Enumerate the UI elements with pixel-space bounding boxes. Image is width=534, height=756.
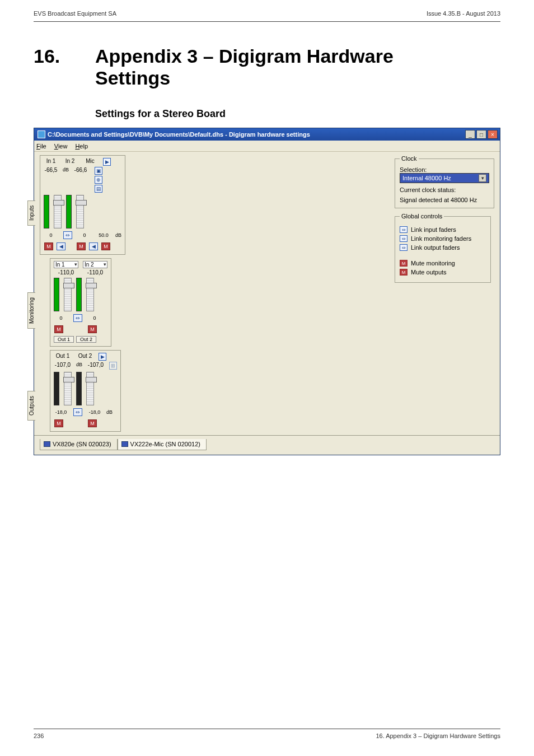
clock-selection-value: Internal 48000 Hz: [402, 175, 451, 181]
tab-vx820e[interactable]: VX820e (SN 020023): [40, 439, 118, 450]
outputs-meter-1: [54, 372, 59, 405]
app-window: C:\Documents and Settings\DVB\My Documen…: [34, 128, 500, 455]
menu-view[interactable]: View: [54, 143, 68, 150]
outputs-col-1: Out 1: [54, 353, 72, 361]
inputs-option-icon-3[interactable]: ▤: [95, 185, 102, 193]
menu-file-label: ile: [40, 143, 46, 150]
chapter-title-l2: Settings: [95, 67, 170, 88]
clock-status-label: Current clock status:: [400, 186, 489, 193]
inputs-mute-1[interactable]: M: [44, 242, 53, 250]
card-icon: [121, 441, 128, 447]
tab-vx222e-mic-label: VX222e-Mic (SN 020012): [130, 441, 200, 447]
inputs-expand-icon[interactable]: ▶: [103, 158, 111, 166]
inputs-mute-mic[interactable]: M: [101, 242, 110, 250]
inputs-prev-icon-2[interactable]: ◀: [89, 242, 98, 250]
chapter-title-l1: Appendix 3 – Digigram Hardware: [95, 45, 394, 67]
chapter-title: Appendix 3 – Digigram Hardware Settings: [95, 45, 394, 89]
outputs-expand-icon[interactable]: ▶: [99, 353, 106, 361]
inputs-option-icon-2[interactable]: ⊕: [95, 176, 102, 184]
footer-section: 16. Appendix 3 – Digigram Hardware Setti…: [376, 732, 500, 739]
inputs-prev-icon[interactable]: ◀: [57, 242, 65, 250]
minimize-button[interactable]: _: [465, 130, 475, 139]
inputs-col-mic: Mic: [82, 158, 99, 166]
monitoring-sel-2[interactable]: In 2: [83, 261, 107, 268]
outputs-fader-1[interactable]: [64, 372, 72, 405]
inputs-bot-1: 0: [44, 232, 58, 238]
outputs-val-2: -107,0: [87, 362, 105, 370]
link-monitoring-icon[interactable]: ⇔: [400, 235, 407, 242]
clock-selection-label: Selection:: [400, 166, 489, 173]
header-right: Issue 4.35.B - August 2013: [427, 10, 500, 17]
outputs-bot-2: -18,0: [87, 409, 102, 415]
inputs-val-2: -66,6: [73, 167, 88, 193]
inputs-bot-3: 50.0: [96, 232, 111, 238]
outputs-col-2: Out 2: [76, 353, 94, 361]
mute-outputs-icon[interactable]: M: [400, 269, 407, 276]
inputs-meter-2: [66, 195, 72, 228]
outputs-side-label: Outputs: [27, 391, 35, 421]
inputs-fader-2[interactable]: [76, 195, 84, 228]
menu-help[interactable]: Help: [75, 143, 88, 150]
monitoring-val-2: -110,0: [83, 269, 107, 276]
monitoring-out1[interactable]: Out 1: [54, 336, 74, 343]
outputs-option-icon[interactable]: ⊞: [109, 362, 117, 370]
monitoring-meter-1: [54, 278, 59, 311]
monitoring-side-label: Monitoring: [27, 292, 35, 329]
link-input-label: Link input faders: [411, 226, 456, 233]
outputs-fader-2[interactable]: [86, 372, 94, 405]
outputs-bot-1: -18,0: [54, 409, 68, 415]
global-controls-group: Global controls ⇔ Link input faders ⇔ Li…: [395, 213, 491, 283]
outputs-panel: Out 1 Out 2 ▶ -107,0 dB -107,0 ⊞: [50, 350, 121, 432]
mute-monitoring-icon[interactable]: M: [400, 260, 407, 267]
window-title: C:\Documents and Settings\DVB\My Documen…: [48, 131, 310, 138]
footer-page-number: 236: [34, 732, 44, 739]
link-output-icon[interactable]: ⇔: [400, 244, 407, 251]
tab-vx222e-mic[interactable]: VX222e-Mic (SN 020012): [118, 439, 207, 450]
inputs-fader-1[interactable]: [54, 195, 62, 228]
monitoring-link-icon[interactable]: ⇔: [73, 314, 82, 322]
inputs-link-icon[interactable]: ⇔: [63, 231, 72, 239]
inputs-option-icon-1[interactable]: ▣: [95, 167, 102, 175]
clock-status-value: Signal detected at 48000 Hz: [400, 197, 489, 203]
clock-legend: Clock: [400, 155, 419, 162]
outputs-mute-1[interactable]: M: [54, 419, 63, 427]
inputs-col-in1: In 1: [44, 158, 58, 166]
card-tabs: VX820e (SN 020023) VX222e-Mic (SN 020012…: [34, 435, 500, 455]
app-icon: [38, 130, 45, 138]
chapter-number: 16.: [34, 45, 95, 67]
dropdown-arrow-icon[interactable]: ▾: [479, 174, 486, 182]
inputs-panel: In 1 In 2 Mic ▶ -66,5 dB -66,6: [40, 155, 125, 255]
monitoring-sel-1[interactable]: In 1: [54, 261, 78, 268]
header-left: EVS Broadcast Equipment SA: [34, 10, 116, 17]
outputs-mid-symbol: dB: [76, 362, 82, 370]
inputs-meter-1: [44, 195, 49, 228]
inputs-panel-row: Inputs In 1 In 2 Mic ▶ -66,5: [38, 155, 127, 255]
outputs-link-icon[interactable]: ⇔: [73, 408, 82, 416]
outputs-panel-row: Outputs Out 1 Out 2 ▶ -107,0 dB: [38, 350, 127, 432]
monitoring-mute-2[interactable]: M: [88, 325, 97, 333]
menu-file[interactable]: File: [36, 143, 46, 150]
inputs-mid-symbol: dB: [63, 167, 69, 193]
monitoring-bot-2: 0: [87, 315, 102, 321]
monitoring-fader-1[interactable]: [64, 278, 72, 311]
monitoring-panel-row: Monitoring In 1 In 2 -110,0 -110,0: [38, 258, 127, 347]
outputs-val-1: -107,0: [54, 362, 72, 370]
clock-selection-dropdown[interactable]: Internal 48000 Hz ▾: [400, 173, 489, 183]
maximize-button[interactable]: □: [476, 130, 486, 139]
monitoring-fader-2[interactable]: [86, 278, 94, 311]
inputs-side-label: Inputs: [27, 200, 35, 226]
outputs-mute-2[interactable]: M: [88, 419, 97, 427]
link-input-icon[interactable]: ⇔: [400, 226, 407, 233]
outputs-meter-2: [76, 372, 82, 405]
monitoring-out2[interactable]: Out 2: [76, 336, 96, 343]
inputs-col-in2: In 2: [63, 158, 77, 166]
inputs-mute-2[interactable]: M: [77, 242, 86, 250]
close-button[interactable]: ×: [488, 130, 498, 139]
mute-outputs-label: Mute outputs: [411, 269, 447, 276]
card-icon: [44, 441, 50, 447]
menu-bar: File View Help: [34, 141, 500, 152]
monitoring-mute-1[interactable]: M: [54, 325, 63, 333]
link-output-label: Link output faders: [411, 244, 460, 251]
inputs-db-icon: dB: [115, 232, 121, 238]
inputs-bot-2: 0: [77, 232, 92, 238]
